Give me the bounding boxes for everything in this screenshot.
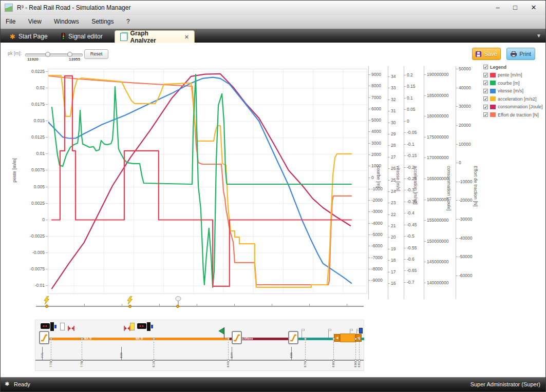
maximize-button[interactable]: □ [506,2,524,13]
axis-tick [46,137,48,138]
axis-tick [404,202,406,202]
tab-close-icon[interactable]: ✕ [184,34,189,41]
save-button[interactable]: Save [472,48,501,60]
chart-plot-area[interactable] [48,69,367,294]
menu-bar: File View Windows Settings ? [1,15,545,29]
axis-tick-label-effort: 20000 [459,123,471,128]
lamp-icon[interactable] [175,296,182,305]
track-dot [332,338,335,340]
axis-tick-label-pente: 0.015 [22,118,45,123]
tab-overflow-icon[interactable]: ▼ [536,33,541,38]
axis-tick [368,166,370,166]
km-label-below: 8.90 [354,362,357,367]
axis-tick-label-consommation: 160000000 [427,197,449,202]
axis-tick-label-vitesse: 28 [391,143,396,148]
axis-line-vitesse [388,66,388,299]
axis-tick [388,283,390,284]
minimize-button[interactable]: – [489,2,506,13]
signal-icon[interactable] [41,322,61,333]
track-diagram[interactable]: MA_BMA_BtrackName◄◄7.737.788.108.408.708… [35,320,364,371]
legend-item[interactable]: ✓acceleration [m/s2] [483,95,543,103]
menu-help[interactable]: ? [121,15,135,25]
axis-tick-label-vitesse: 23 [391,200,396,205]
axis-tick [424,95,426,96]
menu-view[interactable]: View [23,15,47,25]
km-label-above: 8.00 [120,352,123,358]
axis-tick [368,269,370,269]
traffic-light-icon [61,33,65,41]
axis-tick-label-pente: 0.01 [22,151,45,156]
checkbox-checked-icon[interactable]: ✓ [483,65,488,69]
slider-thumb-max[interactable] [67,52,72,57]
axis-tick [46,187,48,187]
menu-settings[interactable]: Settings [86,15,119,25]
ruler-tick [84,304,85,307]
close-button[interactable]: ✕ [525,2,542,13]
legend-item[interactable]: ✓courbe [m] [483,79,543,87]
axis-tick-label-effort: -20000 [459,198,472,203]
post-flag-icon [302,329,305,331]
pk-range-label: pk [m]: [8,51,22,56]
post-flag-icon [328,329,331,331]
green-flag-icon[interactable] [218,327,225,339]
legend-header[interactable]: ✓Legend [483,63,543,71]
checkbox-checked-icon[interactable]: ✓ [483,73,488,77]
switch-icon[interactable] [288,331,298,344]
menu-windows[interactable]: Windows [49,15,84,25]
checkbox-checked-icon[interactable]: ✓ [483,105,488,109]
legend-item[interactable]: ✓vitesse [m/s] [483,87,543,95]
axis-tick-label-courbe: 7000 [371,95,381,100]
axis-tick-label-effort: 0 [459,160,461,165]
axis-tick-label-effort: -50000 [459,254,472,259]
axis-tick [46,285,48,286]
km-dot [50,359,52,362]
axis-tick [456,144,458,145]
axis-tick [368,97,370,98]
km-dot [153,359,155,362]
axis-tick-label-courbe: 5000 [371,117,381,123]
switch-icon[interactable] [232,331,242,344]
station-block[interactable] [340,334,355,342]
lightning-icon[interactable] [127,296,134,305]
tab-strip: ✱ Start Page Signal editor Graph Analyze… [1,29,545,43]
menu-file[interactable]: File [1,15,21,25]
tab-graph-analyzer[interactable]: Graph Analyzer ✕ [115,30,195,43]
title-bar: R³ - Real Rail Road - Simulation Manager… [1,1,545,15]
lightning-icon[interactable] [44,296,51,305]
axis-tick [404,270,406,271]
km-label-above: 7.71 [41,352,44,358]
axis-tick-label-vitesse: 16 [391,281,396,286]
checkbox-checked-icon[interactable]: ✓ [483,89,488,93]
km-label-below: 8.40 [227,362,230,367]
legend-item-label: acceleration [m/s2] [498,96,537,102]
axis-tick [424,262,426,262]
legend-item[interactable]: ✓Effort de traction [N] [483,111,543,119]
pk-range-slider[interactable] [25,53,83,56]
axis-tick [424,200,426,200]
legend-item[interactable]: ✓pente [m/m] [483,71,543,80]
tab-signal-editor[interactable]: Signal editor [56,30,108,43]
axis-tick-label-acceleration: 0 [407,119,409,124]
series-vitesse [48,77,351,283]
app-icon[interactable] [5,4,13,12]
checkbox-checked-icon[interactable]: ✓ [483,81,488,85]
axis-tick [46,71,48,72]
checkbox-checked-icon[interactable]: ✓ [483,112,488,117]
print-button[interactable]: Print [506,48,535,60]
tab-start-page[interactable]: ✱ Start Page [5,30,53,43]
km-label-below: 7.78 [80,362,83,367]
axis-tick [368,178,370,178]
axis-tick-label-pente: -0.0075 [22,266,45,271]
axis-tick-label-consommation: 165000000 [427,176,449,181]
axis-tick [424,158,426,158]
signal-icon[interactable] [137,322,158,333]
axis-title-effort: Effort de traction [N] [473,166,478,207]
axis-tick [404,190,406,190]
track-segment[interactable] [39,338,230,340]
reset-button[interactable]: Reset [84,49,108,59]
checkbox-checked-icon[interactable]: ✓ [483,96,488,101]
legend-item[interactable]: ✓consommation [Joule] [483,103,543,111]
axis-tick [424,220,426,221]
slider-thumb-min[interactable] [45,52,50,57]
axis-tick [456,88,458,88]
